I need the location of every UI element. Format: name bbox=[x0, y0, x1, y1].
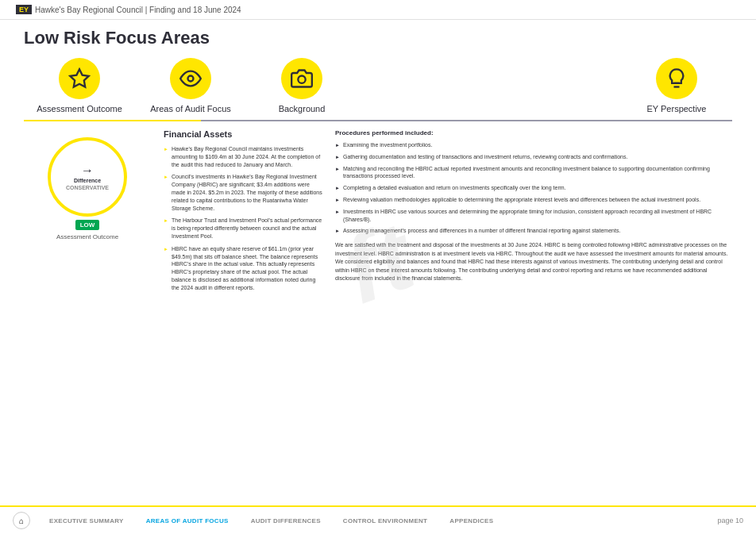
icon-item-background: Background bbox=[246, 58, 357, 113]
right-bullet-1: Examining the investment portfolios. bbox=[335, 141, 732, 149]
nav-audit-differences[interactable]: Audit Differences bbox=[240, 517, 332, 524]
right-panel: Procedures performed included: Examining… bbox=[335, 129, 732, 399]
icon-item-ey-perspective: EY Perspective bbox=[621, 58, 732, 113]
section-divider bbox=[24, 120, 732, 121]
right-bullet-5: Reviewing valuation methodologies applic… bbox=[335, 196, 732, 204]
bottom-nav: Executive Summary Areas of Audit Focus A… bbox=[38, 517, 717, 524]
background-icon-circle bbox=[281, 58, 322, 99]
middle-bullet-2: Council's investments in Hawke's Bay Reg… bbox=[164, 173, 322, 212]
svg-point-1 bbox=[188, 76, 194, 82]
right-bullet-7: Assessing management's process and diffe… bbox=[335, 227, 732, 235]
assessment-badge: → Difference CONSERVATIVE bbox=[48, 137, 127, 217]
assessment-icon-circle bbox=[59, 58, 100, 99]
ey-perspective-icon-circle bbox=[656, 58, 697, 99]
right-bullet-6: Investments in HBRC use various sources … bbox=[335, 208, 732, 224]
star-icon bbox=[68, 67, 91, 90]
badge-sub: CONSERVATIVE bbox=[66, 185, 109, 190]
badge-text: Difference bbox=[74, 178, 101, 184]
breadcrumb: Hawke's Bay Regional Council | Finding a… bbox=[35, 6, 241, 14]
nav-control-environment[interactable]: Control Environment bbox=[332, 517, 438, 524]
badge-arrow: → bbox=[81, 163, 94, 178]
ey-logo: EY bbox=[16, 5, 32, 14]
eye-icon bbox=[179, 67, 202, 90]
middle-panel: Financial Assets Hawke's Bay Regional Co… bbox=[164, 129, 322, 399]
right-panel-title: Procedures performed included: bbox=[335, 129, 732, 136]
svg-point-2 bbox=[298, 76, 305, 83]
lightbulb-icon bbox=[665, 67, 688, 90]
right-bullet-3: Matching and reconciling the HBRIC actua… bbox=[335, 165, 732, 181]
camera-icon bbox=[291, 67, 313, 90]
middle-bullet-list: Hawke's Bay Regional Council maintains i… bbox=[164, 145, 322, 292]
background-label: Background bbox=[279, 104, 326, 113]
middle-bullet-3: The Harbour Trust and Investment Pool's … bbox=[164, 217, 322, 240]
low-badge: LOW bbox=[75, 220, 100, 230]
nav-areas-of-audit[interactable]: Areas of Audit Focus bbox=[135, 517, 240, 524]
main-content: ft Low Risk Focus Areas Assessment Outco… bbox=[0, 20, 756, 505]
nav-appendices[interactable]: Appendices bbox=[438, 517, 504, 524]
middle-panel-title: Financial Assets bbox=[164, 129, 322, 139]
right-bullet-list: Examining the investment portfolios. Gat… bbox=[335, 141, 732, 235]
assessment-sub-label: Assessment Outcome bbox=[56, 233, 118, 240]
icon-row: Assessment Outcome Areas of Audit Focus bbox=[24, 58, 732, 113]
audit-label: Areas of Audit Focus bbox=[150, 104, 231, 113]
icon-item-assessment: Assessment Outcome bbox=[24, 58, 135, 113]
svg-marker-0 bbox=[70, 69, 88, 86]
middle-bullet-1: Hawke's Bay Regional Council maintains i… bbox=[164, 145, 322, 168]
right-bullet-2: Gathering documentation and testing of t… bbox=[335, 153, 732, 161]
right-bullet-4: Completing a detailed evaluation and ret… bbox=[335, 184, 732, 192]
nav-executive-summary[interactable]: Executive Summary bbox=[38, 517, 135, 524]
middle-bullet-4: HBRC have an equity share reserve of $61… bbox=[164, 245, 322, 292]
right-panel-summary: We are satisfied with the treatment and … bbox=[335, 241, 732, 283]
page-title: Low Risk Focus Areas bbox=[24, 28, 732, 48]
content-area: → Difference CONSERVATIVE LOW Assessment… bbox=[24, 129, 732, 399]
top-bar: EY Hawke's Bay Regional Council | Findin… bbox=[0, 0, 756, 20]
ey-perspective-label: EY Perspective bbox=[646, 104, 706, 113]
bottom-bar: ⌂ Executive Summary Areas of Audit Focus… bbox=[0, 505, 756, 534]
left-panel: → Difference CONSERVATIVE LOW Assessment… bbox=[24, 129, 151, 399]
page-container: EY Hawke's Bay Regional Council | Findin… bbox=[0, 0, 756, 534]
home-icon[interactable]: ⌂ bbox=[13, 512, 30, 529]
page-number: page 10 bbox=[717, 517, 743, 524]
audit-icon-circle bbox=[170, 58, 211, 99]
icon-item-audit: Areas of Audit Focus bbox=[135, 58, 246, 113]
assessment-label: Assessment Outcome bbox=[37, 104, 122, 113]
